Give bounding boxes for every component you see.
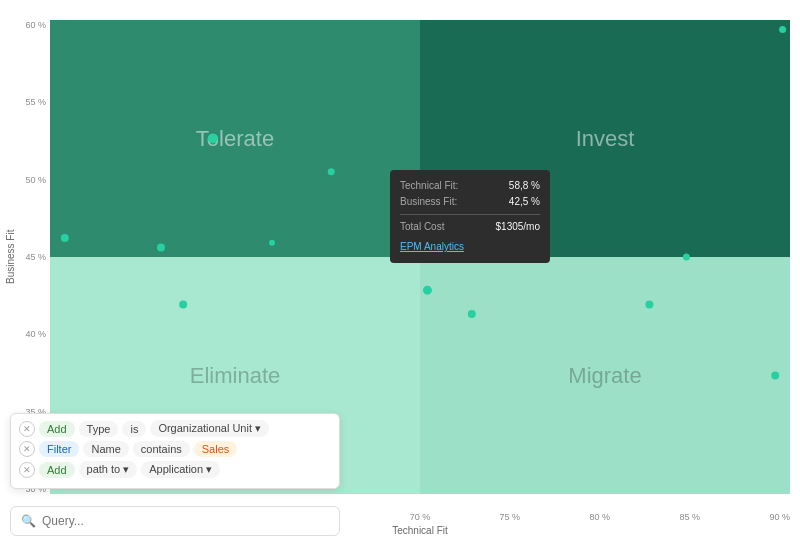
search-bar: 🔍 bbox=[10, 506, 340, 536]
filter-close-2[interactable]: ✕ bbox=[19, 441, 35, 457]
dot[interactable] bbox=[683, 254, 690, 261]
dot[interactable] bbox=[645, 300, 653, 308]
search-icon: 🔍 bbox=[21, 514, 36, 528]
chip-org-unit[interactable]: Organizational Unit ▾ bbox=[150, 420, 269, 437]
dot[interactable] bbox=[779, 26, 786, 33]
chip-filter[interactable]: Filter bbox=[39, 441, 79, 457]
y-tick: 40 % bbox=[22, 329, 50, 339]
y-tick: 55 % bbox=[22, 97, 50, 107]
y-tick: 45 % bbox=[22, 252, 50, 262]
chip-add-1[interactable]: Add bbox=[39, 421, 75, 437]
dot[interactable] bbox=[468, 310, 476, 318]
filter-close-3[interactable]: ✕ bbox=[19, 462, 35, 478]
y-tick: 50 % bbox=[22, 175, 50, 185]
chip-contains: contains bbox=[133, 441, 190, 457]
filter-row-2: ✕ Filter Name contains Sales bbox=[19, 441, 331, 457]
y-tick: 60 % bbox=[22, 20, 50, 30]
filter-close-1[interactable]: ✕ bbox=[19, 421, 35, 437]
chip-name: Name bbox=[83, 441, 128, 457]
chip-application[interactable]: Application ▾ bbox=[141, 461, 220, 478]
filter-row-3: ✕ Add path to ▾ Application ▾ bbox=[19, 461, 331, 478]
x-tick: 90 % bbox=[769, 512, 790, 522]
x-tick: 75 % bbox=[500, 512, 521, 522]
x-tick: 80 % bbox=[590, 512, 611, 522]
chip-path-to[interactable]: path to ▾ bbox=[79, 461, 138, 478]
dot[interactable] bbox=[61, 234, 69, 242]
dot[interactable] bbox=[157, 244, 165, 252]
chip-is: is bbox=[122, 421, 146, 437]
dot[interactable] bbox=[328, 168, 335, 175]
chip-sales: Sales bbox=[194, 441, 238, 457]
x-tick: 70 % bbox=[410, 512, 431, 522]
chip-type: Type bbox=[79, 421, 119, 437]
filter-row-1: ✕ Add Type is Organizational Unit ▾ bbox=[19, 420, 331, 437]
chart-container: Business Fit 30 % 35 % 40 % 45 % 50 % 55… bbox=[0, 0, 800, 544]
x-tick: 85 % bbox=[679, 512, 700, 522]
dot[interactable] bbox=[208, 134, 218, 144]
search-input[interactable] bbox=[42, 514, 329, 528]
dot[interactable] bbox=[179, 300, 187, 308]
dot-epm-analytics[interactable] bbox=[423, 286, 432, 295]
dot[interactable] bbox=[771, 372, 779, 380]
dot[interactable] bbox=[269, 240, 275, 246]
chip-add-2[interactable]: Add bbox=[39, 462, 75, 478]
filter-panel: ✕ Add Type is Organizational Unit ▾ ✕ Fi… bbox=[10, 413, 340, 489]
